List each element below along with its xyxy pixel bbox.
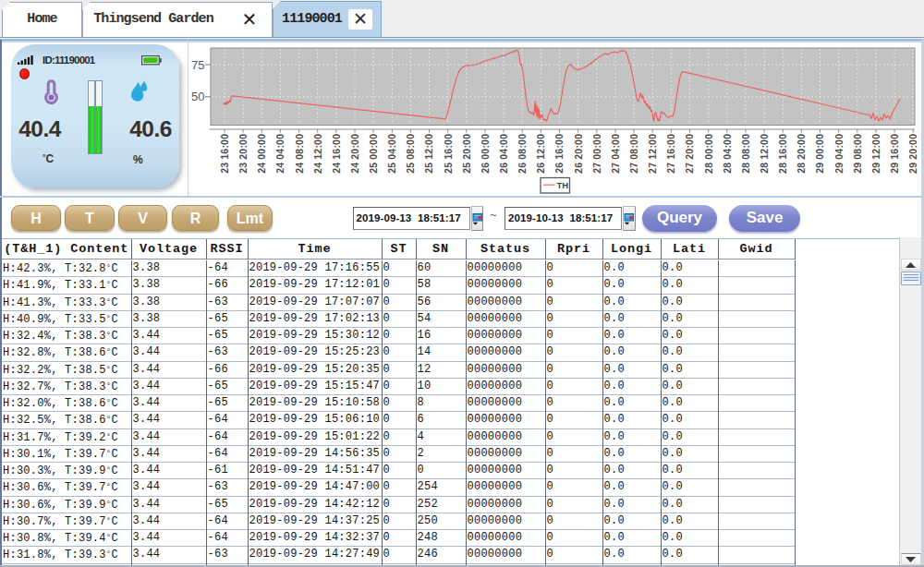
svg-text:25 04:00: 25 04:00 xyxy=(386,134,397,174)
svg-text:26 04:00: 26 04:00 xyxy=(498,134,509,174)
svg-text:26 20:00: 26 20:00 xyxy=(573,134,584,174)
svg-text:29 04:00: 29 04:00 xyxy=(833,134,845,174)
svg-text:28 08:00: 28 08:00 xyxy=(740,134,751,174)
svg-text:24 04:00: 24 04:00 xyxy=(274,134,286,174)
svg-text:29 16:00: 29 16:00 xyxy=(889,134,900,174)
svg-text:25 08:00: 25 08:00 xyxy=(405,134,416,174)
svg-text:29 12:00: 29 12:00 xyxy=(870,134,881,174)
svg-text:26 12:00: 26 12:00 xyxy=(535,134,546,174)
svg-text:26 16:00: 26 16:00 xyxy=(554,134,565,174)
svg-text:27 16:00: 27 16:00 xyxy=(665,134,676,174)
svg-text:26 00:00: 26 00:00 xyxy=(480,134,491,174)
svg-text:24 20:00: 24 20:00 xyxy=(349,134,360,174)
svg-text:23 16:00: 23 16:00 xyxy=(219,134,230,174)
svg-text:24 12:00: 24 12:00 xyxy=(312,134,323,174)
svg-text:28 12:00: 28 12:00 xyxy=(759,134,770,174)
svg-text:28 00:00: 28 00:00 xyxy=(703,134,714,174)
svg-text:29 00:00: 29 00:00 xyxy=(815,134,826,174)
svg-text:25 16:00: 25 16:00 xyxy=(443,134,454,174)
svg-text:24 00:00: 24 00:00 xyxy=(256,134,267,174)
svg-text:27 08:00: 27 08:00 xyxy=(628,134,639,174)
svg-text:26 08:00: 26 08:00 xyxy=(517,134,528,174)
svg-text:23 20:00: 23 20:00 xyxy=(237,134,249,174)
svg-text:29 08:00: 29 08:00 xyxy=(852,134,863,174)
svg-text:27 04:00: 27 04:00 xyxy=(610,134,621,174)
svg-text:25 00:00: 25 00:00 xyxy=(368,134,379,174)
svg-text:27 12:00: 27 12:00 xyxy=(647,134,658,174)
svg-text:29 20:00: 29 20:00 xyxy=(907,134,918,174)
svg-text:24 16:00: 24 16:00 xyxy=(331,134,342,174)
svg-text:50: 50 xyxy=(191,90,204,103)
svg-text:28 16:00: 28 16:00 xyxy=(777,134,788,174)
svg-text:25 20:00: 25 20:00 xyxy=(461,134,472,174)
svg-text:24 08:00: 24 08:00 xyxy=(294,134,305,174)
svg-text:TH: TH xyxy=(557,180,569,190)
svg-text:28 04:00: 28 04:00 xyxy=(722,134,733,174)
svg-text:75: 75 xyxy=(191,58,204,72)
svg-text:25 12:00: 25 12:00 xyxy=(424,134,435,174)
svg-text:27 20:00: 27 20:00 xyxy=(685,134,696,174)
svg-text:27 00:00: 27 00:00 xyxy=(591,134,602,174)
svg-text:28 20:00: 28 20:00 xyxy=(796,134,807,174)
